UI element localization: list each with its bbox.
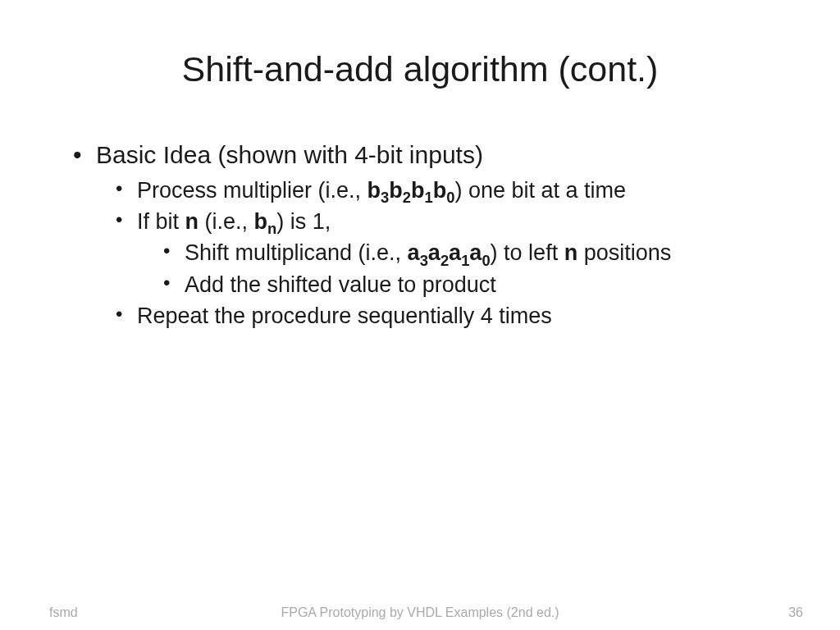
text: Basic Idea (shown with 4-bit inputs)	[96, 141, 483, 168]
sym-b0: b	[433, 178, 447, 203]
sym-a1: a	[449, 240, 461, 265]
slide-title: Shift-and-add algorithm (cont.)	[0, 49, 840, 89]
sym-b1: b	[411, 178, 425, 203]
slide: Shift-and-add algorithm (cont.) Basic Id…	[0, 0, 840, 630]
sym-bn-b: b	[254, 209, 268, 234]
text: ) one bit at a time	[454, 178, 626, 203]
sub-2: 2	[441, 252, 449, 269]
sub-3: 3	[420, 252, 428, 269]
text: If bit	[137, 209, 185, 234]
sub-n: n	[267, 220, 276, 237]
text: Repeat the procedure sequentially 4 time…	[137, 304, 552, 328]
sym-n: n	[564, 240, 578, 265]
bullet-l2-process-multiplier: Process multiplier (i.e., b3b2b1b0) one …	[112, 176, 783, 205]
text: (i.e.,	[199, 209, 254, 234]
sub-0: 0	[482, 252, 490, 269]
text: ) is 1,	[276, 209, 331, 234]
sub-0: 0	[446, 189, 454, 206]
bullet-l3-add-shifted: Add the shifted value to product	[160, 270, 783, 299]
sub-2: 2	[403, 189, 411, 206]
sym-n: n	[185, 209, 199, 234]
sym-a0: a	[469, 240, 482, 265]
text: Add the shifted value to product	[185, 272, 496, 297]
sub-1: 1	[461, 252, 469, 269]
text: Process multiplier (i.e.,	[137, 178, 368, 203]
sym-b3: b	[368, 178, 381, 203]
text: positions	[578, 240, 671, 265]
footer-center: FPGA Prototyping by VHDL Examples (2nd e…	[0, 605, 840, 620]
sym-a2: a	[428, 240, 441, 265]
bullet-l3-shift-multiplicand: Shift multiplicand (i.e., a3a2a1a0) to l…	[160, 238, 783, 267]
bullet-l1-basic-idea: Basic Idea (shown with 4-bit inputs) Pro…	[70, 139, 783, 331]
footer-page-number: 36	[788, 605, 803, 620]
bullet-l2-if-bit-n: If bit n (i.e., bn) is 1, Shift multipli…	[112, 207, 783, 299]
text: Shift multiplicand (i.e.,	[185, 240, 408, 265]
slide-body: Basic Idea (shown with 4-bit inputs) Pro…	[70, 139, 783, 333]
text: ) to left	[491, 240, 564, 265]
sub-3: 3	[381, 189, 389, 206]
bullet-l2-repeat: Repeat the procedure sequentially 4 time…	[112, 301, 783, 331]
sym-a3: a	[408, 240, 420, 265]
sym-b2: b	[389, 178, 403, 203]
sub-1: 1	[425, 189, 433, 206]
